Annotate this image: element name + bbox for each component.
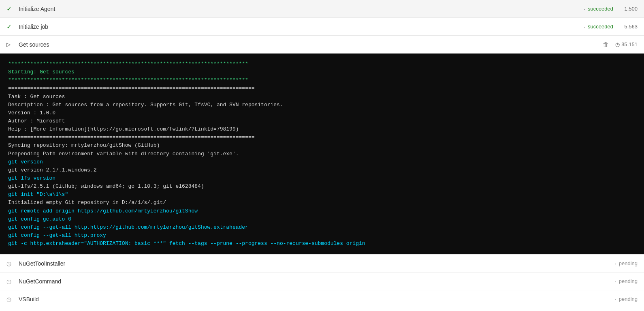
- vsbuild-row[interactable]: ◷ VSBuild · pending: [0, 290, 644, 308]
- terminal-cmd4: git remote add origin https://github.com…: [8, 207, 636, 215]
- initialize-agent-status: succeeded: [588, 6, 613, 12]
- terminal-cmd2: git lfs version: [8, 174, 636, 182]
- pending-rows-container: ◷ NuGetToolInstaller · pending ◷ NuGetCo…: [0, 254, 644, 311]
- terminal-separator-top2: ****************************************…: [8, 76, 636, 84]
- terminal-cmd1-out: git version 2.17.1.windows.2: [8, 166, 636, 174]
- separator-nuget: ·: [615, 260, 616, 267]
- terminal-version: Version : 1.0.0: [8, 109, 636, 117]
- terminal-cmd8: git -c http.extraheader="AUTHORIZATION: …: [8, 240, 636, 248]
- separator-nugetcmd: ·: [615, 278, 616, 285]
- vstest-row[interactable]: ◷ VSTest · pending: [0, 308, 644, 311]
- terminal-prepend: Prepending Path environment variable wit…: [8, 150, 636, 158]
- initialize-job-label: Initialize job: [19, 24, 581, 30]
- terminal-author: Author : Microsoft: [8, 117, 636, 125]
- terminal-equals2: ========================================…: [8, 133, 636, 142]
- terminal-cmd7: git config --get-all http.proxy: [8, 232, 636, 240]
- initialize-job-row[interactable]: ✓ Initialize job · succeeded 5.563: [0, 18, 644, 36]
- terminal-task: Task : Get sources: [8, 93, 636, 101]
- check-icon-2: ✓: [6, 23, 15, 30]
- clock-icon: ◷: [615, 41, 620, 47]
- play-icon: ▷: [6, 41, 15, 47]
- terminal-equals1: ========================================…: [8, 84, 636, 92]
- terminal-cmd1: git version: [8, 158, 636, 166]
- trash-icon[interactable]: 🗑: [603, 41, 609, 48]
- terminal-syncing: Syncing repository: mrtylerzhou/gitShow …: [8, 142, 636, 150]
- initialize-agent-duration: 1.500: [613, 6, 638, 12]
- nuget-tool-installer-status: pending: [619, 260, 638, 266]
- terminal-cmd3-out: Initialized empty Git repository in D:/a…: [8, 199, 636, 207]
- initialize-agent-row[interactable]: ✓ Initialize Agent · succeeded 1.500: [0, 0, 644, 18]
- terminal-cmd2-out: git-lfs/2.5.1 (GitHub; windows amd64; go…: [8, 182, 636, 191]
- nuget-tool-installer-label: NuGetToolInstaller: [19, 260, 612, 267]
- initialize-agent-label: Initialize Agent: [19, 6, 581, 12]
- clock-icon-nuget: ◷: [6, 260, 15, 267]
- terminal-description: Description : Get sources from a reposit…: [8, 101, 636, 109]
- terminal-help: Help : [More Information](https://go.mic…: [8, 125, 636, 133]
- nuget-command-label: NuGetCommand: [19, 278, 612, 285]
- terminal-separator-top: ****************************************…: [8, 60, 636, 68]
- get-sources-row[interactable]: ▷ Get sources 🗑 ◷ 35.151: [0, 36, 644, 54]
- terminal-cmd5: git config gc.auto 0: [8, 215, 636, 223]
- separator-2: ·: [584, 24, 585, 30]
- separator-vsbuild: ·: [615, 296, 616, 302]
- terminal-cmd3: git init "D:\a\1\s": [8, 191, 636, 199]
- nuget-command-status: pending: [619, 278, 638, 284]
- vsbuild-status: pending: [619, 296, 638, 302]
- initialize-job-duration: 5.563: [613, 24, 638, 30]
- terminal-starting: Starting: Get sources: [8, 68, 636, 76]
- nuget-command-row[interactable]: ◷ NuGetCommand · pending: [0, 272, 644, 290]
- initialize-job-status: succeeded: [588, 24, 613, 30]
- vsbuild-label: VSBuild: [19, 296, 612, 302]
- terminal-cmd6: git config --get-all http.https://github…: [8, 223, 636, 232]
- terminal-output: ****************************************…: [0, 54, 644, 254]
- get-sources-label: Get sources: [19, 41, 603, 48]
- check-icon: ✓: [6, 5, 15, 13]
- separator: ·: [584, 6, 585, 12]
- nuget-tool-installer-row[interactable]: ◷ NuGetToolInstaller · pending: [0, 255, 644, 272]
- clock-icon-vsbuild: ◷: [6, 296, 15, 302]
- clock-icon-nugetcmd: ◷: [6, 278, 15, 285]
- get-sources-duration: ◷ 35.151: [615, 41, 638, 47]
